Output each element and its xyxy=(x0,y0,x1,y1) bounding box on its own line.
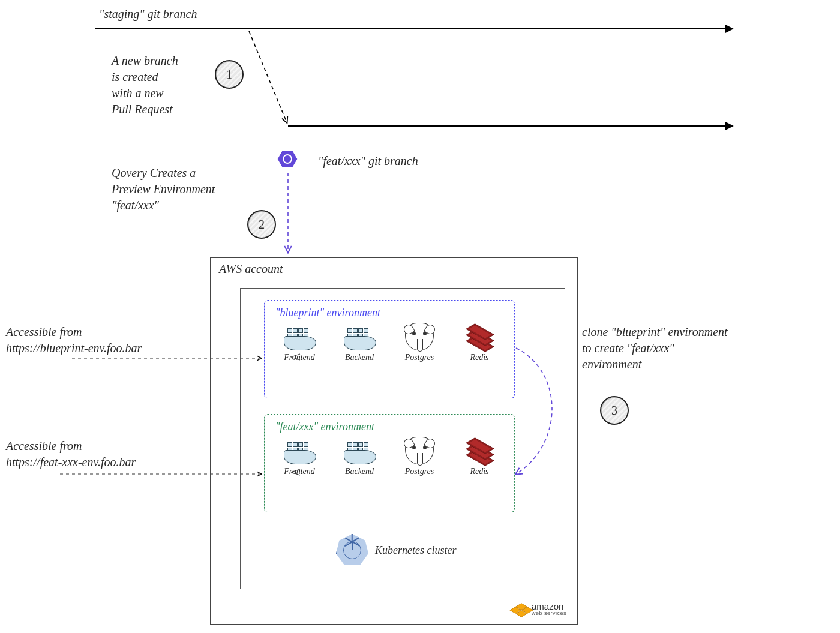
service-backend: Backend xyxy=(335,326,383,362)
postgres-icon xyxy=(405,437,434,464)
postgres-icon xyxy=(405,323,434,350)
service-frontend-label: Frontend xyxy=(284,353,315,362)
service-backend-label: Backend xyxy=(345,467,374,476)
aws-logo-subtext: web services xyxy=(532,611,566,616)
step-2-number: 2 xyxy=(259,218,265,232)
feat-environment: "feat/xxx" environment Frontend Backend xyxy=(264,414,515,512)
service-frontend: Frontend xyxy=(275,440,323,476)
docker-icon xyxy=(344,440,375,464)
aws-cubes-icon xyxy=(510,601,529,617)
aws-account-title: AWS account xyxy=(219,261,283,277)
service-frontend: Frontend xyxy=(275,326,323,362)
step-3-badge: 3 xyxy=(600,396,629,425)
kubernetes-icon xyxy=(336,534,367,565)
step-1-number: 1 xyxy=(226,68,232,82)
blueprint-services-row: Frontend Backend Postgres Redis xyxy=(269,323,509,362)
blueprint-access-label: Accessible from https://blueprint-env.fo… xyxy=(6,324,142,356)
aws-logo-text: amazon xyxy=(532,602,566,611)
step-3-text: clone "blueprint" environment to create … xyxy=(582,324,728,373)
docker-icon xyxy=(284,440,315,464)
service-redis-label: Redis xyxy=(470,353,488,362)
step-1-text: A new branch is created with a new Pull … xyxy=(112,53,178,118)
step-1-badge: 1 xyxy=(215,60,244,89)
service-frontend-label: Frontend xyxy=(284,467,315,476)
k8s-caption: Kubernetes cluster xyxy=(375,543,456,557)
qovery-icon xyxy=(277,150,298,168)
redis-icon xyxy=(465,324,494,350)
service-redis: Redis xyxy=(455,324,503,362)
staging-branch-label: "staging" git branch xyxy=(99,6,197,22)
service-postgres-label: Postgres xyxy=(405,353,434,362)
redis-icon xyxy=(465,438,494,464)
service-postgres-label: Postgres xyxy=(405,467,434,476)
service-postgres: Postgres xyxy=(395,323,443,362)
feat-access-label: Accessible from https://feat-xxx-env.foo… xyxy=(6,438,136,470)
step-3-number: 3 xyxy=(611,404,617,418)
step-2-badge: 2 xyxy=(247,210,276,239)
aws-logo: amazon web services xyxy=(510,601,566,617)
feat-services-row: Frontend Backend Postgres Redis xyxy=(269,437,509,476)
diagram-canvas: "staging" git branch "feat/xxx" git bran… xyxy=(0,0,840,633)
service-backend: Backend xyxy=(335,440,383,476)
docker-icon xyxy=(284,326,315,350)
blueprint-env-title: "blueprint" environment xyxy=(269,305,509,323)
service-backend-label: Backend xyxy=(345,353,374,362)
service-redis: Redis xyxy=(455,438,503,476)
feat-branch-label: "feat/xxx" git branch xyxy=(318,153,418,169)
blueprint-environment: "blueprint" environment Frontend Backend xyxy=(264,300,515,398)
service-postgres: Postgres xyxy=(395,437,443,476)
svg-line-2 xyxy=(249,31,287,122)
docker-icon xyxy=(344,326,375,350)
feat-env-title: "feat/xxx" environment xyxy=(269,419,509,437)
service-redis-label: Redis xyxy=(470,467,488,476)
step-2-text: Qovery Creates a Preview Environment "fe… xyxy=(112,165,215,214)
